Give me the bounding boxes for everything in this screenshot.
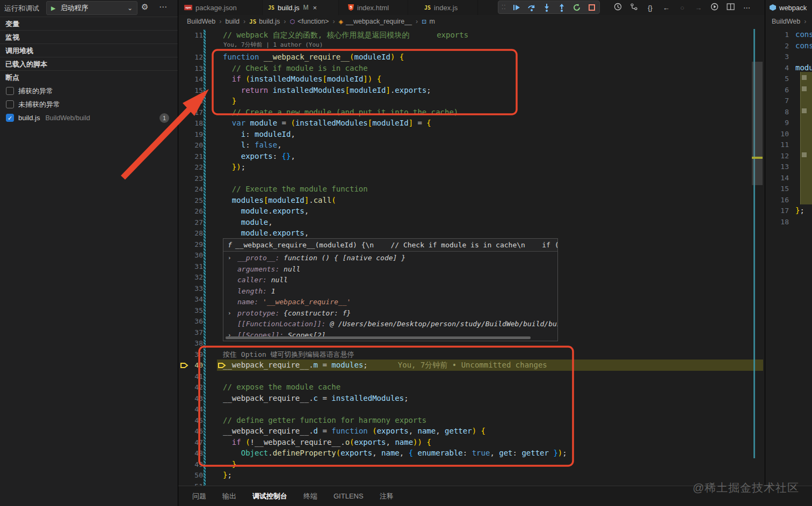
right-code-line-2[interactable]: 2const <box>765 40 812 52</box>
section-watch[interactable]: 监视 <box>0 30 178 43</box>
right-code-line-1[interactable]: 1const <box>765 29 812 40</box>
line-number[interactable]: 46 <box>178 426 203 437</box>
code-line-40[interactable]: 40__webpack_require__.m = modules;You, 7… <box>178 360 765 371</box>
right-code-line-15[interactable]: 15 <box>765 183 812 194</box>
code-editor[interactable]: You, 7分钟前 | 1 author (You) 11// webpack … <box>178 28 765 486</box>
line-number[interactable]: 39 <box>178 349 203 360</box>
line-number[interactable]: 18 <box>765 216 789 228</box>
line-content[interactable]: if (!__webpack_require__.o(exports, name… <box>223 437 431 448</box>
line-number[interactable]: 13 <box>765 161 789 172</box>
line-number[interactable]: 26 <box>178 206 203 217</box>
code-line-11[interactable]: 11// webpack 自定义的函数, 核心作用就是返回模块的 exports <box>178 30 765 41</box>
line-content[interactable]: module.exports, <box>223 228 309 239</box>
checkbox-checked-icon[interactable]: ✓ <box>6 114 14 122</box>
line-number[interactable]: 44 <box>178 404 203 415</box>
code-line-49[interactable]: 49 } <box>178 459 765 470</box>
more-actions-icon[interactable]: ⋯ <box>159 2 168 12</box>
close-icon[interactable]: × <box>313 4 317 12</box>
checkbox-icon[interactable] <box>6 100 14 108</box>
line-number[interactable]: 11 <box>178 30 203 41</box>
line-content[interactable]: module.exports, <box>223 206 309 217</box>
breadcrumb-symbol[interactable]: __webpack_require__ <box>346 18 412 25</box>
tab-index-html[interactable]: 5 index.html <box>343 0 408 15</box>
gear-icon[interactable]: ⚙ <box>141 2 148 12</box>
code-line-23[interactable]: 23 <box>178 173 765 184</box>
line-number[interactable]: 7 <box>765 95 789 106</box>
line-number[interactable]: 11 <box>765 139 789 150</box>
code-line-14[interactable]: 14 if (installedModules[moduleId]) { <box>178 74 765 85</box>
tab-build-js[interactable]: JS build.js M × <box>263 0 339 15</box>
line-number[interactable]: 29 <box>178 239 203 250</box>
line-number[interactable]: 15 <box>178 85 203 96</box>
line-content[interactable]: __webpack_require__.c = installedModules… <box>223 393 409 404</box>
line-number[interactable]: 49 <box>178 459 203 470</box>
start-debug-icon[interactable]: ▶ <box>51 5 55 12</box>
source-control-graph-icon[interactable] <box>629 3 639 12</box>
run-file-icon[interactable] <box>710 3 719 12</box>
right-code-line-12[interactable]: 12 <box>765 150 812 162</box>
code-line-50[interactable]: 50}; <box>178 470 765 481</box>
drag-handle-icon[interactable]: ⁚⁚ <box>502 4 506 10</box>
line-content[interactable]: __webpack_require__.m = modules;You, 7分钟… <box>223 360 547 371</box>
section-loaded-scripts[interactable]: 已载入的脚本 <box>0 57 178 70</box>
debug-hover-popup[interactable]: f__webpack_require__(moduleId) {\n // Ch… <box>223 238 558 341</box>
more-actions-icon[interactable]: ⋯ <box>742 4 751 12</box>
line-content[interactable]: function __webpack_require__(moduleId) { <box>223 52 404 63</box>
right-code-line-5[interactable]: 5 <box>765 73 812 84</box>
line-number[interactable]: 12 <box>765 150 789 162</box>
line-content[interactable]: __webpack_require__.d = function (export… <box>223 426 485 437</box>
timeline-icon[interactable] <box>613 3 622 12</box>
line-number[interactable]: 31 <box>178 261 203 272</box>
popup-property-name[interactable]: name: '__webpack_require__' <box>223 297 557 308</box>
line-number[interactable]: 33 <box>178 283 203 294</box>
line-number[interactable]: 14 <box>765 172 789 184</box>
right-code-line-18[interactable]: 18 <box>765 216 812 228</box>
right-code-line-8[interactable]: 8 <box>765 106 812 118</box>
line-number[interactable]: 2 <box>765 40 789 52</box>
symbols-icon[interactable]: {} <box>646 4 655 12</box>
code-line-28[interactable]: 28 module.exports, <box>178 228 765 239</box>
line-number[interactable]: 18 <box>178 118 203 129</box>
line-content[interactable]: // define getter function for harmony ex… <box>223 415 426 426</box>
line-number[interactable]: 43 <box>178 393 203 404</box>
panel-tab-problems[interactable]: 问题 <box>192 492 206 501</box>
right-code-line-3[interactable]: 3 <box>765 51 812 62</box>
right-code-lines[interactable]: 1const2const34modules5678910111213141516… <box>765 28 812 486</box>
line-number[interactable]: 12 <box>178 52 203 63</box>
popup-horizontal-scrollbar[interactable] <box>226 336 531 339</box>
code-line-44[interactable]: 44 <box>178 404 765 415</box>
line-number[interactable]: 36 <box>178 316 203 327</box>
breakpoint-build-js[interactable]: ✓ build.js BuildWeb/build 1 <box>0 111 178 124</box>
line-number[interactable]: 22 <box>178 162 203 173</box>
line-number[interactable]: 27 <box>178 217 203 228</box>
line-content[interactable]: } <box>223 96 236 107</box>
line-content[interactable]: Object.defineProperty(exports, name, { e… <box>223 448 567 459</box>
line-number[interactable]: 17 <box>765 205 789 216</box>
line-number[interactable]: 23 <box>178 173 203 184</box>
code-line-26[interactable]: 26 module.exports, <box>178 206 765 217</box>
code-line-19[interactable]: 19 i: moduleId, <box>178 129 765 140</box>
panel-tab-comments[interactable]: 注释 <box>380 492 394 501</box>
right-code-line-6[interactable]: 6 <box>765 84 812 96</box>
line-content[interactable]: }; <box>223 470 232 481</box>
code-line-42[interactable]: 42// expose the module cache <box>178 382 765 393</box>
popup-property-caller[interactable]: caller: null <box>223 275 557 286</box>
chevron-right-icon[interactable]: › <box>228 253 231 264</box>
line-number[interactable]: 37 <box>178 327 203 338</box>
launch-config-dropdown[interactable]: ▶ 启动程序 ⌄ <box>46 1 137 15</box>
right-code-line-11[interactable]: 11 <box>765 139 812 150</box>
panel-tab-output[interactable]: 输出 <box>222 492 236 501</box>
line-content[interactable]: // Check if module is in cache <box>223 63 368 74</box>
line-number[interactable]: 42 <box>178 382 203 393</box>
tab-index-js[interactable]: JS index.js <box>419 0 478 15</box>
step-into-icon[interactable] <box>542 3 551 12</box>
code-line-27[interactable]: 27 module, <box>178 217 765 228</box>
right-code-line-13[interactable]: 13 <box>765 161 812 172</box>
restart-icon[interactable] <box>572 3 581 12</box>
line-number[interactable]: 21 <box>178 151 203 162</box>
line-content[interactable]: // webpack 自定义的函数, 核心作用就是返回模块的 exports <box>223 30 468 41</box>
line-number[interactable]: 50 <box>178 470 203 481</box>
breadcrumb-project[interactable]: BuildWeb <box>187 18 215 25</box>
code-line-15[interactable]: 15 return installedModules[moduleId].exp… <box>178 85 765 96</box>
tab-package-json[interactable]: npm package.json <box>179 0 263 15</box>
